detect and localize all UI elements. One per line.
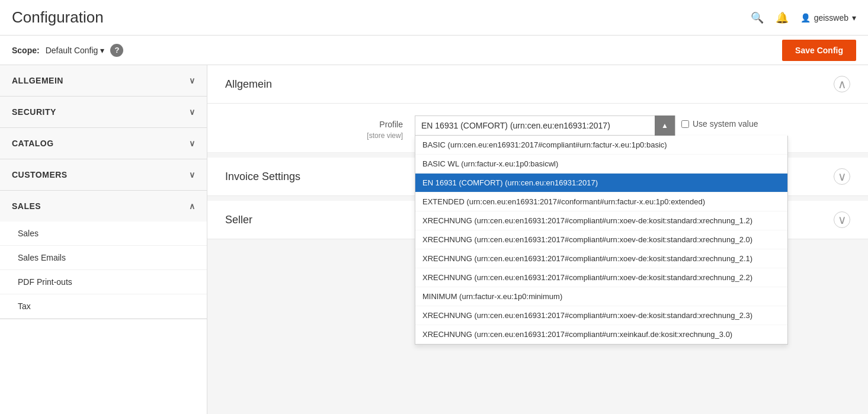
username: geissweb xyxy=(814,13,848,23)
user-menu[interactable]: 👤 geissweb ▾ xyxy=(800,13,856,23)
dropdown-item-basic-wl[interactable]: BASIC WL (urn:factur-x.eu:1p0:basicwl) xyxy=(415,155,787,174)
scope-dropdown[interactable]: Default Config ▾ xyxy=(46,46,105,55)
sidebar-section-header-customers[interactable]: CUSTOMERS ∨ xyxy=(0,159,207,190)
scope-value: Default Config xyxy=(46,46,98,55)
sidebar-item-sales[interactable]: Sales xyxy=(0,222,207,246)
dropdown-item-xrechnung-2-2[interactable]: XRECHNUNG (urn:cen.eu:en16931:2017#compl… xyxy=(415,268,787,287)
dropdown-item-xrechnung-1-2[interactable]: XRECHNUNG (urn:cen.eu:en16931:2017#compl… xyxy=(415,211,787,230)
sidebar-item-pdf-printouts[interactable]: PDF Print-outs xyxy=(0,270,207,294)
page-title: Configuration xyxy=(12,8,104,27)
sidebar-section-label-customers: CUSTOMERS xyxy=(12,170,68,179)
dropdown-item-basic[interactable]: BASIC (urn:cen.eu:en16931:2017#compliant… xyxy=(415,136,787,155)
sales-sub-items: Sales Sales Emails PDF Print-outs Tax xyxy=(0,222,207,319)
user-chevron-icon: ▾ xyxy=(852,13,856,23)
sidebar-section-label-catalog: CATALOG xyxy=(12,139,54,148)
profile-dropdown-list: BASIC (urn:cen.eu:en16931:2017#compliant… xyxy=(415,136,788,345)
chevron-down-icon: ∨ xyxy=(189,76,196,85)
sidebar-section-customers: CUSTOMERS ∨ xyxy=(0,159,207,191)
chevron-up-icon: ∧ xyxy=(189,201,196,211)
collapse-allgemein-button[interactable]: ∧ xyxy=(834,76,850,92)
profile-dropdown[interactable]: EN 16931 (COMFORT) (urn:cen.eu:en16931:2… xyxy=(415,115,675,136)
sidebar-item-sales-emails[interactable]: Sales Emails xyxy=(0,246,207,270)
sidebar-section-label-security: SECURITY xyxy=(12,107,56,117)
profile-field-row: Profile [store view] EN 16931 (COMFORT) … xyxy=(207,104,868,153)
sidebar-item-tax[interactable]: Tax xyxy=(0,294,207,319)
dropdown-item-extended[interactable]: EXTENDED (urn:cen.eu:en16931:2017#confor… xyxy=(415,192,787,211)
collapse-invoice-settings-button[interactable]: ∨ xyxy=(834,168,850,185)
sidebar-section-sales: SALES ∧ Sales Sales Emails PDF Print-out… xyxy=(0,191,207,319)
sidebar-section-header-security[interactable]: SECURITY ∨ xyxy=(0,97,207,127)
dropdown-item-xrechnung-3-0[interactable]: XRECHNUNG (urn:cen.eu:en16931:2017#compl… xyxy=(415,325,787,344)
use-system-value-label[interactable]: Use system value xyxy=(693,119,758,129)
chevron-down-icon: ∨ xyxy=(189,170,196,179)
section-allgemein-title: Allgemein xyxy=(225,78,272,91)
dropdown-item-xrechnung-2-1[interactable]: XRECHNUNG (urn:cen.eu:en16931:2017#compl… xyxy=(415,249,787,268)
sidebar-section-header-allgemein[interactable]: ALLGEMEIN ∨ xyxy=(0,65,207,96)
sidebar-section-catalog: CATALOG ∨ xyxy=(0,128,207,159)
profile-control-wrap: EN 16931 (COMFORT) (urn:cen.eu:en16931:2… xyxy=(415,115,850,136)
section-seller-title: Seller xyxy=(225,214,252,226)
sidebar-section-header-sales[interactable]: SALES ∧ xyxy=(0,191,207,222)
user-icon: 👤 xyxy=(800,13,811,23)
sidebar: ALLGEMEIN ∨ SECURITY ∨ CATALOG ∨ CUSTOME… xyxy=(0,65,207,414)
system-value-checkbox-wrap: Use system value xyxy=(681,115,758,129)
sidebar-section-security: SECURITY ∨ xyxy=(0,97,207,128)
search-icon[interactable]: 🔍 xyxy=(751,11,764,24)
profile-label: Profile [store view] xyxy=(225,115,415,140)
save-config-button[interactable]: Save Config xyxy=(782,40,856,61)
section-allgemein: Allgemein ∧ Profile [store view] EN 1693… xyxy=(207,65,868,153)
profile-dropdown-container: EN 16931 (COMFORT) (urn:cen.eu:en16931:2… xyxy=(415,115,675,136)
profile-selected-value: EN 16931 (COMFORT) (urn:cen.eu:en16931:2… xyxy=(415,121,655,130)
bell-icon[interactable]: 🔔 xyxy=(776,11,789,24)
use-system-value-checkbox[interactable] xyxy=(681,120,689,128)
content-area: Allgemein ∧ Profile [store view] EN 1693… xyxy=(207,65,868,414)
main-layout: ALLGEMEIN ∨ SECURITY ∨ CATALOG ∨ CUSTOME… xyxy=(0,65,868,414)
scope-chevron-icon: ▾ xyxy=(100,46,104,55)
dropdown-item-en16931[interactable]: EN 16931 (COMFORT) (urn:cen.eu:en16931:2… xyxy=(415,174,787,192)
profile-dropdown-arrow[interactable]: ▲ xyxy=(655,115,675,136)
dropdown-item-xrechnung-2-3[interactable]: XRECHNUNG (urn:cen.eu:en16931:2017#compl… xyxy=(415,306,787,325)
top-header: Configuration 🔍 🔔 👤 geissweb ▾ xyxy=(0,0,868,36)
chevron-down-icon: ∨ xyxy=(189,139,196,148)
dropdown-item-minimum[interactable]: MINIMUM (urn:factur-x.eu:1p0:minimum) xyxy=(415,287,787,306)
sidebar-section-label-sales: SALES xyxy=(12,201,41,211)
sidebar-section-allgemein: ALLGEMEIN ∨ xyxy=(0,65,207,97)
help-icon[interactable]: ? xyxy=(110,44,123,57)
scope-label: Scope: xyxy=(12,46,40,55)
header-icons: 🔍 🔔 👤 geissweb ▾ xyxy=(751,11,856,24)
sidebar-section-label-allgemein: ALLGEMEIN xyxy=(12,76,63,85)
scope-left: Scope: Default Config ▾ ? xyxy=(12,44,123,57)
chevron-down-icon: ∨ xyxy=(189,107,196,117)
profile-sublabel: [store view] xyxy=(225,131,403,141)
collapse-seller-button[interactable]: ∨ xyxy=(834,211,850,228)
section-allgemein-header: Allgemein ∧ xyxy=(207,65,868,104)
sidebar-section-header-catalog[interactable]: CATALOG ∨ xyxy=(0,128,207,159)
dropdown-item-xrechnung-2-0[interactable]: XRECHNUNG (urn:cen.eu:en16931:2017#compl… xyxy=(415,230,787,249)
scope-bar: Scope: Default Config ▾ ? Save Config xyxy=(0,36,868,65)
section-invoice-settings-title: Invoice Settings xyxy=(225,171,300,183)
